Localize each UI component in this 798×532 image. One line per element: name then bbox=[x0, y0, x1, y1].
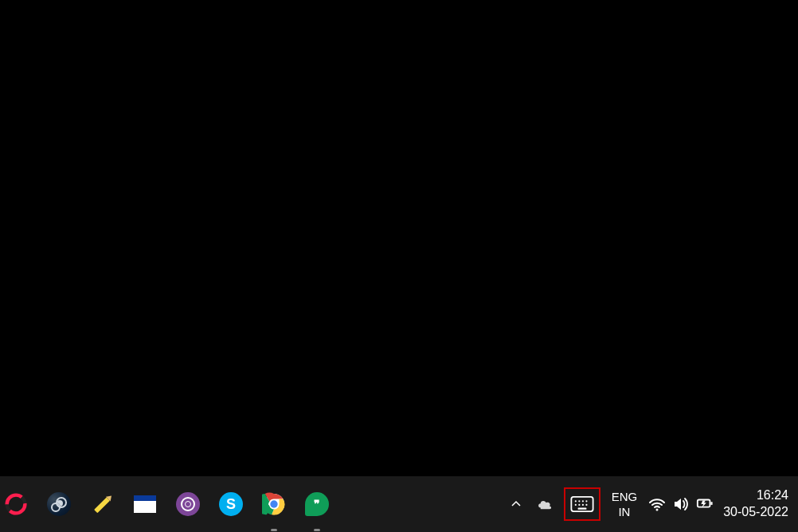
desktop-background[interactable] bbox=[0, 0, 798, 476]
chrome-icon[interactable] bbox=[261, 491, 287, 517]
window-app-icon[interactable] bbox=[132, 491, 158, 517]
language-code: ENG bbox=[612, 489, 638, 505]
tor-browser-icon[interactable] bbox=[175, 491, 201, 517]
svg-point-10 bbox=[574, 504, 576, 506]
svg-point-4 bbox=[270, 500, 277, 507]
skype-icon[interactable]: S bbox=[218, 491, 244, 517]
system-tray: ENG IN bbox=[507, 476, 798, 532]
show-hidden-icons-button[interactable] bbox=[507, 495, 526, 514]
battery-charging-icon[interactable] bbox=[696, 495, 714, 513]
svg-point-7 bbox=[578, 500, 580, 502]
hangouts-icon[interactable]: ❞ bbox=[304, 491, 330, 517]
clock-date-text: 30-05-2022 bbox=[723, 504, 788, 521]
svg-point-15 bbox=[656, 509, 659, 511]
system-icons-group bbox=[648, 495, 714, 513]
wifi-icon[interactable] bbox=[648, 495, 666, 513]
svg-point-9 bbox=[585, 500, 587, 502]
pencil-app-icon[interactable] bbox=[89, 491, 115, 517]
svg-rect-14 bbox=[577, 508, 586, 510]
clock-time: 16:24 bbox=[757, 487, 788, 504]
taskbar-app-area: S ❞ bbox=[0, 476, 330, 532]
svg-point-13 bbox=[585, 504, 587, 506]
svg-point-8 bbox=[581, 500, 583, 502]
clock-date[interactable]: 16:24 30-05-2022 bbox=[723, 487, 792, 521]
running-indicator bbox=[271, 529, 277, 531]
svg-point-11 bbox=[578, 504, 580, 506]
opera-gx-icon[interactable] bbox=[3, 491, 29, 517]
running-indicator bbox=[314, 529, 320, 531]
taskbar: S ❞ bbox=[0, 476, 798, 532]
language-region: IN bbox=[618, 504, 630, 520]
volume-icon[interactable] bbox=[672, 495, 690, 513]
svg-rect-17 bbox=[710, 502, 712, 505]
touch-keyboard-button-highlighted[interactable] bbox=[564, 487, 600, 521]
svg-point-6 bbox=[574, 500, 576, 502]
onedrive-icon[interactable] bbox=[535, 495, 554, 514]
svg-point-12 bbox=[581, 504, 583, 506]
language-indicator[interactable]: ENG IN bbox=[610, 489, 640, 520]
steam-icon[interactable] bbox=[46, 491, 72, 517]
